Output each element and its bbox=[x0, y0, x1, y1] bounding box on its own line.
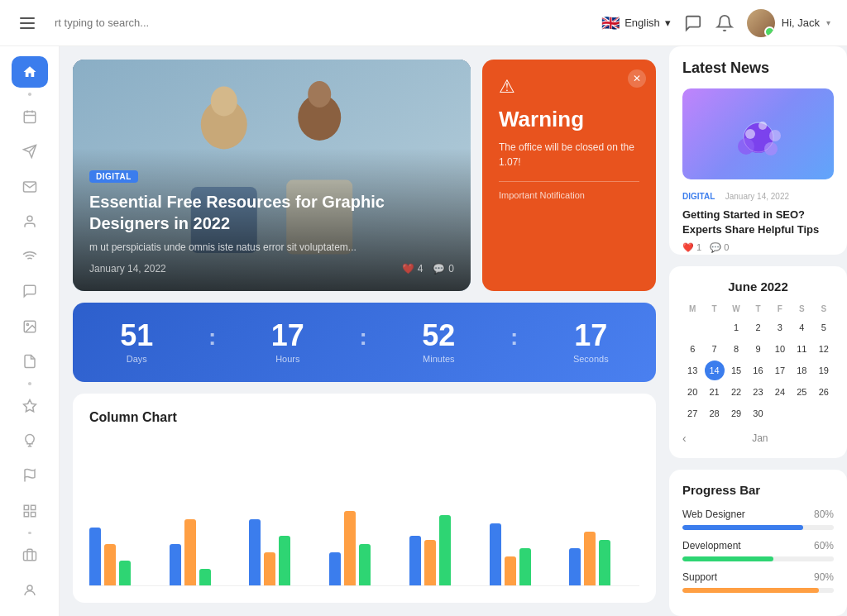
cal-day[interactable]: 27 bbox=[682, 404, 702, 423]
cal-day[interactable]: 4 bbox=[792, 318, 811, 337]
sidebar-item-chat[interactable] bbox=[12, 275, 48, 307]
svg-point-30 bbox=[769, 130, 781, 141]
cal-day[interactable]: 25 bbox=[792, 382, 811, 402]
news-section-title: Latest News bbox=[682, 60, 834, 77]
cal-day[interactable]: 20 bbox=[682, 382, 702, 402]
svg-rect-15 bbox=[31, 505, 35, 509]
svg-point-6 bbox=[27, 216, 32, 221]
news-article-1-headline[interactable]: Getting Started in SEO? Experts Share He… bbox=[682, 208, 834, 237]
cal-day[interactable]: 29 bbox=[726, 404, 746, 423]
progress-item-0: Web Designer80% bbox=[682, 509, 834, 530]
progress-label: Web Designer bbox=[682, 509, 745, 520]
cal-day[interactable]: 21 bbox=[705, 382, 725, 402]
cal-dow: S bbox=[814, 302, 834, 316]
cal-day[interactable]: 8 bbox=[726, 339, 746, 359]
cal-day[interactable]: 17 bbox=[770, 361, 790, 380]
search-input[interactable] bbox=[55, 17, 591, 29]
cal-day[interactable]: 24 bbox=[770, 382, 790, 402]
main-content: DIGITAL Essential Free Resources for Gra… bbox=[60, 46, 669, 616]
progress-fill bbox=[682, 556, 773, 561]
svg-rect-0 bbox=[24, 112, 36, 123]
sidebar-item-home[interactable] bbox=[12, 56, 48, 88]
hamburger-menu[interactable] bbox=[17, 14, 38, 32]
language-selector[interactable]: 🇬🇧 English ▾ bbox=[601, 14, 671, 32]
cal-day[interactable]: 2 bbox=[748, 318, 768, 337]
svg-point-31 bbox=[745, 129, 755, 139]
cal-dow: M bbox=[682, 302, 702, 316]
chart-group-3 bbox=[329, 511, 400, 585]
calendar-prev-btn[interactable]: ‹ bbox=[682, 432, 687, 445]
cal-day[interactable]: 16 bbox=[748, 361, 768, 380]
bar-blue-3 bbox=[329, 552, 341, 585]
top-nav: 🇬🇧 English ▾ Hi, Jack ▾ bbox=[0, 0, 847, 46]
hero-overlay: DIGITAL Essential Free Resources for Gra… bbox=[73, 148, 471, 291]
progress-fill bbox=[682, 588, 819, 593]
sidebar-item-send[interactable] bbox=[12, 136, 48, 167]
cal-day[interactable]: 26 bbox=[814, 382, 834, 402]
news-article-1-date: January 14, 2022 bbox=[725, 192, 789, 201]
user-menu[interactable]: Hi, Jack ▾ bbox=[747, 9, 830, 37]
sidebar-item-calendar[interactable] bbox=[12, 101, 48, 132]
cal-day[interactable]: 28 bbox=[705, 404, 725, 423]
cal-day bbox=[770, 404, 790, 423]
cal-day[interactable]: 11 bbox=[792, 339, 811, 359]
warning-close-button[interactable]: ✕ bbox=[628, 69, 646, 88]
user-chevron: ▾ bbox=[826, 18, 830, 27]
bell-icon[interactable] bbox=[715, 14, 734, 32]
cal-day[interactable]: 1 bbox=[726, 318, 746, 337]
sidebar-item-bulb[interactable] bbox=[12, 425, 48, 456]
avatar bbox=[747, 9, 775, 37]
cal-day[interactable]: 5 bbox=[814, 318, 834, 337]
cal-day bbox=[682, 318, 702, 337]
cal-day[interactable]: 23 bbox=[748, 382, 768, 402]
hero-likes: ❤️ 4 bbox=[402, 263, 424, 275]
sidebar-item-mail[interactable] bbox=[12, 170, 48, 202]
sidebar-item-star[interactable] bbox=[12, 390, 48, 422]
sidebar-item-flag[interactable] bbox=[12, 460, 48, 491]
cal-day bbox=[792, 404, 811, 423]
cal-day[interactable]: 22 bbox=[726, 382, 746, 402]
sidebar-item-wifi[interactable] bbox=[12, 241, 48, 272]
cal-dow: S bbox=[792, 302, 811, 316]
hero-desc: m ut perspiciatis unde omnis iste natus … bbox=[89, 241, 454, 255]
cal-day[interactable]: 7 bbox=[705, 339, 725, 359]
sidebar-separator-3 bbox=[28, 532, 31, 534]
progress-item-2: Support90% bbox=[682, 571, 834, 593]
warning-divider bbox=[499, 181, 639, 182]
svg-point-29 bbox=[764, 142, 778, 155]
bar-green-4 bbox=[439, 515, 451, 585]
cal-day[interactable]: 3 bbox=[770, 318, 790, 337]
progress-fill bbox=[682, 525, 803, 530]
cal-day[interactable]: 18 bbox=[792, 361, 811, 380]
svg-marker-10 bbox=[23, 399, 36, 411]
chart-group-0 bbox=[89, 528, 160, 585]
bar-green-2 bbox=[279, 536, 290, 585]
cal-day[interactable]: 6 bbox=[682, 339, 702, 359]
warning-text: The office will be closed on the 1.07! bbox=[499, 140, 639, 170]
progress-track bbox=[682, 556, 834, 561]
bar-blue-5 bbox=[490, 523, 501, 585]
cal-day[interactable]: 30 bbox=[748, 404, 768, 423]
cal-dow: W bbox=[726, 302, 746, 316]
chart-group-6 bbox=[569, 532, 639, 585]
cal-day[interactable]: 12 bbox=[814, 339, 834, 359]
cal-day[interactable]: 13 bbox=[682, 361, 702, 380]
cal-day[interactable]: 14 bbox=[705, 361, 725, 380]
sidebar-item-briefcase[interactable] bbox=[12, 539, 48, 571]
news-article-1-image bbox=[682, 88, 834, 179]
cal-day[interactable]: 15 bbox=[726, 361, 746, 380]
sidebar-item-user[interactable] bbox=[12, 206, 48, 237]
cal-day[interactable]: 19 bbox=[814, 361, 834, 380]
svg-point-25 bbox=[308, 81, 331, 107]
chat-icon[interactable] bbox=[684, 14, 702, 32]
sidebar-item-image[interactable] bbox=[12, 311, 48, 342]
sidebar-item-grid[interactable] bbox=[12, 495, 48, 527]
cal-day[interactable]: 9 bbox=[748, 339, 768, 359]
sidebar-item-doc[interactable] bbox=[12, 346, 48, 377]
cal-day[interactable]: 10 bbox=[770, 339, 790, 359]
bar-orange-3 bbox=[344, 511, 356, 585]
progress-pct: 80% bbox=[814, 509, 834, 520]
countdown-sep-3: : bbox=[510, 324, 518, 351]
sidebar-item-person[interactable] bbox=[12, 575, 48, 606]
news-article-1-tag: DIGITAL bbox=[682, 192, 715, 201]
